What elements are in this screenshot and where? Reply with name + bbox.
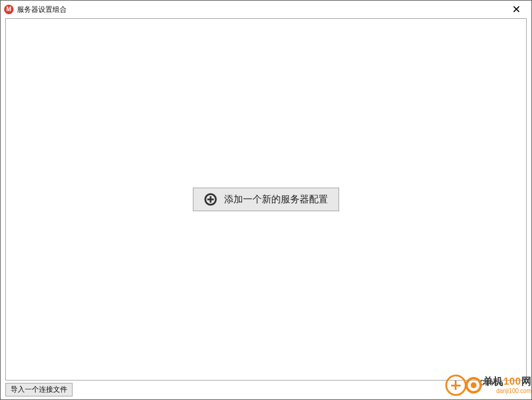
window-close-button[interactable]: ✕: [503, 1, 529, 18]
import-connection-label: 导入一个连接文件: [11, 385, 67, 394]
window-title: 服务器设置组合: [17, 5, 503, 15]
app-icon: M: [4, 5, 14, 14]
add-server-button[interactable]: 添加一个新的服务器配置: [193, 188, 339, 211]
titlebar: M 服务器设置组合 ✕: [1, 1, 531, 18]
import-connection-button[interactable]: 导入一个连接文件: [5, 383, 73, 396]
add-server-label: 添加一个新的服务器配置: [224, 194, 328, 206]
close-icon: ✕: [512, 3, 521, 16]
app-icon-glyph: M: [6, 6, 11, 12]
plus-circle-icon: [204, 193, 217, 206]
main-panel: 添加一个新的服务器配置: [5, 18, 527, 381]
window: M 服务器设置组合 ✕ 添加一个新的服务器配置 导入一个连接文件 Close: [0, 0, 532, 400]
footer: 导入一个连接文件: [1, 383, 531, 399]
svg-rect-2: [208, 199, 214, 201]
